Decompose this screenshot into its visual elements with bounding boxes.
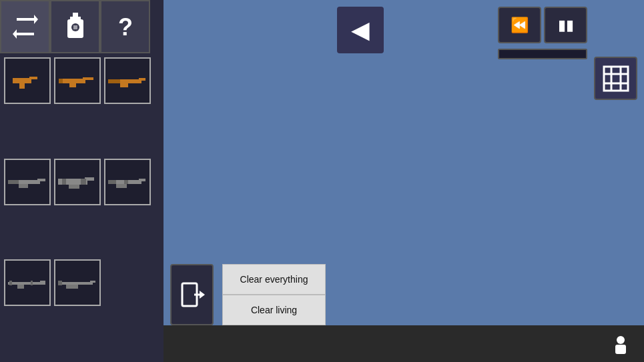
svg-rect-10 [19,83,25,89]
rewind-icon: ⏪ [511,17,529,34]
svg-rect-13 [69,83,76,87]
weapon-cell-1[interactable] [4,57,51,104]
svg-rect-21 [19,184,28,188]
weapon-cell-5[interactable] [54,159,101,205]
svg-rect-51 [615,345,626,354]
top-toolbar: ? [0,0,164,53]
svg-rect-14 [59,79,63,83]
grid-icon [603,65,629,92]
rewind-button[interactable]: ⏪ [498,7,541,43]
exit-button[interactable] [170,264,214,325]
bottle-button[interactable] [50,0,100,53]
svg-point-5 [71,23,79,31]
svg-rect-26 [62,179,66,185]
svg-rect-33 [8,282,45,285]
svg-marker-49 [200,291,205,299]
media-controls: ⏪ ▮▮ [498,7,587,59]
svg-rect-35 [17,285,24,289]
svg-rect-16 [139,78,145,81]
weapon-cell-6[interactable] [104,159,151,205]
exit-icon [180,281,205,309]
weapon-cell-4[interactable] [4,159,51,205]
ground [164,325,644,362]
svg-rect-31 [108,180,116,184]
pause-icon: ▮▮ [558,17,574,34]
svg-rect-20 [37,179,45,181]
clear-living-button[interactable]: Clear living [222,295,326,325]
weapon-cell-3[interactable] [104,57,151,104]
bottom-right-person [611,335,631,355]
clear-everything-button[interactable]: Clear everything [222,264,326,295]
svg-rect-18 [108,79,120,83]
svg-rect-30 [116,184,127,188]
sidebar: ? [0,0,164,362]
svg-rect-41 [58,281,62,285]
svg-rect-46 [604,67,628,91]
person-icon [611,335,630,355]
grid-toggle-button[interactable] [594,57,637,100]
svg-rect-9 [29,77,37,79]
svg-rect-8 [13,78,31,83]
context-menu: Clear everything Clear living [222,264,326,325]
weapon-cell-8[interactable] [54,259,101,306]
progress-bar[interactable] [498,49,587,59]
weapon-cell-7[interactable] [4,259,51,306]
svg-rect-27 [81,179,86,185]
svg-marker-1 [13,29,34,39]
weapon-grid [0,53,164,362]
svg-rect-12 [83,77,93,80]
svg-rect-29 [139,179,145,181]
svg-rect-40 [66,285,78,289]
swap-button[interactable] [0,0,50,53]
svg-rect-32 [124,180,128,184]
svg-point-50 [617,336,625,344]
svg-rect-2 [73,13,78,18]
pause-button[interactable]: ▮▮ [544,7,587,43]
svg-rect-34 [40,281,45,283]
question-button[interactable]: ? [100,0,150,53]
svg-rect-17 [120,83,128,87]
svg-rect-24 [85,177,94,181]
svg-rect-3 [70,17,81,21]
game-area: ◀ ⏪ ▮▮ Clear everything Clear living [164,0,644,362]
back-button[interactable]: ◀ [337,7,384,53]
weapon-cell-2[interactable] [54,57,101,104]
back-icon: ◀ [351,18,370,42]
svg-rect-37 [31,281,33,285]
svg-text:?: ? [118,14,133,39]
svg-rect-22 [8,180,19,184]
svg-rect-4 [67,19,83,38]
svg-marker-0 [17,15,38,24]
svg-rect-25 [69,185,79,189]
svg-rect-36 [9,281,12,285]
svg-rect-39 [90,281,95,283]
svg-rect-38 [58,282,93,285]
svg-rect-6 [73,25,77,29]
